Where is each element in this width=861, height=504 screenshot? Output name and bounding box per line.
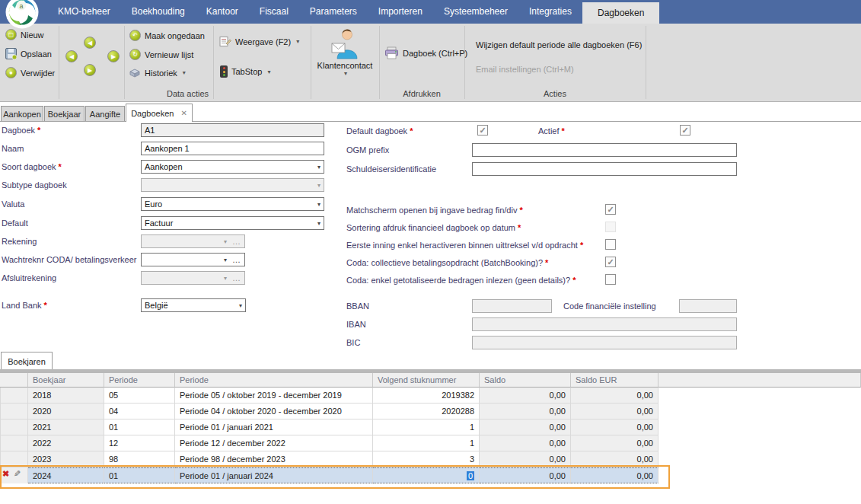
valuta-dropdown[interactable]: Euro▾ bbox=[141, 197, 324, 211]
menu-item-kantoor[interactable]: Kantoor bbox=[196, 0, 249, 24]
chevron-down-icon: ▾ bbox=[183, 69, 186, 76]
nav-last-button[interactable]: ▶ bbox=[107, 50, 120, 62]
table-row-2018[interactable]: 2018 05 Periode 05 / oktober 2019 - dece… bbox=[0, 388, 861, 404]
tab-boekjaar[interactable]: Boekjaar bbox=[44, 106, 85, 121]
nav-next-button[interactable]: ▶ bbox=[84, 64, 96, 76]
row-indicator bbox=[0, 419, 28, 435]
required-marker: * bbox=[518, 223, 521, 232]
view-icon bbox=[219, 36, 231, 47]
table-row-2021[interactable]: 2021 01 Periode 01 / januari 2021 1 0,00… bbox=[0, 419, 861, 435]
cell-periode: 04 bbox=[104, 404, 175, 419]
ogm-prefix-field[interactable] bbox=[472, 143, 737, 157]
iban-field bbox=[472, 317, 737, 331]
default-dagboek-label: Default dagboek* bbox=[346, 126, 413, 136]
cell-saldo: 0,00 bbox=[480, 388, 571, 404]
menu-item-dagboeken-active[interactable]: Dagboeken bbox=[582, 2, 659, 24]
verwijder-button[interactable]: ● Verwijder bbox=[5, 67, 55, 78]
coda-getotaliseerd-checkbox[interactable] bbox=[605, 274, 616, 285]
table-row-2022[interactable]: 2022 12 Periode 12 / december 2022 1 0,0… bbox=[0, 435, 861, 451]
tab-aankopen[interactable]: Aankopen bbox=[1, 106, 43, 121]
cell-saldo-eur: 0,00 bbox=[571, 404, 659, 419]
klantencontact-label: Klantencontact bbox=[317, 61, 373, 70]
tab-dagboeken-active[interactable]: Dagboeken ✕ bbox=[126, 104, 193, 122]
cell-omschrijving: Periode 01 / januari 2024 bbox=[175, 467, 373, 483]
actief-label: Actief* bbox=[538, 126, 565, 136]
default-dagboek-checkbox[interactable]: ✓ bbox=[477, 125, 488, 136]
default-dropdown[interactable]: Factuur▾ bbox=[141, 216, 324, 230]
schuldeisersidentificatie-field[interactable] bbox=[472, 162, 737, 176]
menu-item-systeembeheer[interactable]: Systeembeheer bbox=[433, 0, 518, 24]
eerste-inning-checkbox[interactable] bbox=[605, 239, 616, 250]
iban-label: IBAN bbox=[346, 320, 366, 329]
tab-boekjaren[interactable]: Boekjaren bbox=[1, 352, 53, 370]
vernieuw-lijst-button[interactable]: ↻ Vernieuw lijst bbox=[129, 49, 193, 60]
menu-item-fiscaal[interactable]: Fiscaal bbox=[249, 0, 299, 24]
cell-boekjaar: 2018 bbox=[28, 388, 104, 404]
dropdown-arrow-icon: ▾ bbox=[224, 257, 227, 263]
delete-icon: ● bbox=[5, 67, 17, 78]
nav-previous-button[interactable]: ◀ bbox=[84, 37, 96, 49]
column-header-periode[interactable]: Periode bbox=[104, 373, 175, 388]
tab-aangifte[interactable]: Aangifte bbox=[85, 106, 125, 121]
menu-item-parameters[interactable]: Parameters bbox=[299, 0, 368, 24]
table-row-2023[interactable]: 2023 98 Periode 98 / december 2023 3 0,0… bbox=[0, 451, 861, 467]
lookup-ellipsis-icon[interactable]: … bbox=[232, 257, 241, 262]
column-header-saldo-eur[interactable]: Saldo EUR bbox=[571, 373, 659, 388]
bic-label: BIC bbox=[346, 338, 360, 347]
vernieuw-lijst-label: Vernieuw lijst bbox=[145, 50, 193, 59]
table-row-2024-selected[interactable]: ✖ ✎ 2024 01 Periode 01 / januari 2024 0 … bbox=[0, 467, 861, 483]
naam-field[interactable]: Aankopen 1 bbox=[141, 142, 324, 155]
land-bank-dropdown[interactable]: België▾ bbox=[141, 298, 246, 312]
column-header-boekjaar[interactable]: Boekjaar bbox=[28, 373, 104, 388]
cell-volgend-stuknummer: 3 bbox=[373, 451, 480, 467]
email-instellingen-button: Email instellingen (Ctrl+M) bbox=[476, 65, 574, 74]
matchscherm-checkbox[interactable]: ✓ bbox=[605, 204, 616, 215]
required-marker: * bbox=[562, 126, 565, 136]
row-indicator bbox=[0, 404, 28, 419]
edit-row-icon[interactable]: ✎ bbox=[14, 469, 21, 479]
cell-periode: 98 bbox=[104, 451, 175, 467]
menu-item-integraties[interactable]: Integraties bbox=[518, 0, 582, 24]
actief-checkbox[interactable]: ✓ bbox=[680, 125, 690, 136]
bban-label: BBAN bbox=[346, 301, 369, 311]
weergave-button[interactable]: Weergave (F2) ▾ bbox=[219, 36, 299, 47]
tabstop-button[interactable]: TabStop ▾ bbox=[220, 65, 270, 78]
klantencontact-button[interactable]: Klantencontact ▾ bbox=[311, 27, 379, 77]
new-icon: ▢ bbox=[5, 29, 17, 40]
soort-dagboek-dropdown[interactable]: Aankopen▾ bbox=[141, 160, 324, 174]
historiek-button[interactable]: Historiek ▾ bbox=[129, 68, 186, 78]
column-header-volgend-stuknummer[interactable]: Volgend stuknummer bbox=[373, 373, 480, 388]
coda-batchbooking-checkbox[interactable]: ✓ bbox=[605, 257, 616, 267]
ribbon-toolbar: ▢ Nieuw Opslaan ● Verwijder ◀ ◀ ▶ ▶ ↶ Ma… bbox=[0, 24, 861, 102]
column-header-saldo[interactable]: Saldo bbox=[480, 373, 571, 388]
table-row-2020[interactable]: 2020 04 Periode 04 / oktober 2020 - dece… bbox=[0, 404, 861, 419]
cell-periode: 01 bbox=[104, 419, 175, 435]
menu-item-boekhouding[interactable]: Boekhouding bbox=[121, 0, 196, 24]
boekjaren-section: Boekjaren Boekjaar Periode Periode Volge… bbox=[0, 352, 861, 504]
nieuw-label: Nieuw bbox=[21, 30, 44, 40]
afsluitrekening-label: Afsluitrekening bbox=[2, 273, 56, 282]
tab-aankopen-label: Aankopen bbox=[3, 110, 41, 119]
weergave-label: Weergave (F2) bbox=[235, 37, 291, 46]
dagboek-print-button[interactable]: Dagboek (Ctrl+P) bbox=[384, 46, 467, 59]
cell-volgend-stuknummer-editing[interactable]: 0 bbox=[373, 467, 480, 483]
cancel-row-icon[interactable]: ✖ bbox=[2, 469, 9, 479]
nav-first-button[interactable]: ◀ bbox=[65, 50, 78, 62]
soort-dagboek-label: Soort dagboek* bbox=[2, 162, 62, 171]
cell-boekjaar: 2023 bbox=[28, 451, 104, 467]
cell-boekjaar: 2020 bbox=[28, 404, 104, 419]
save-icon bbox=[5, 48, 17, 59]
subtype-dagboek-dropdown: ▾ bbox=[141, 178, 324, 192]
matchscherm-label: Matchscherm openen bij ingave bedrag fin… bbox=[346, 206, 523, 215]
menu-item-importeren[interactable]: Importeren bbox=[368, 0, 433, 24]
cell-boekjaar: 2021 bbox=[28, 419, 104, 435]
wijzigen-default-periode-button[interactable]: Wijzigen default periode alle dagboeken … bbox=[476, 40, 642, 49]
opslaan-button[interactable]: Opslaan bbox=[5, 48, 52, 59]
menu-item-kmo-beheer[interactable]: KMO-beheer bbox=[47, 0, 121, 24]
code-financiele-instelling-label: Code financiële instelling bbox=[563, 301, 656, 311]
column-header-periode-omschrijving[interactable]: Periode bbox=[175, 373, 373, 388]
wachtreknr-combo[interactable]: ▾… bbox=[141, 253, 245, 266]
nieuw-button[interactable]: ▢ Nieuw bbox=[5, 29, 44, 40]
close-icon[interactable]: ✕ bbox=[180, 109, 187, 117]
maak-ongedaan-button[interactable]: ↶ Maak ongedaan bbox=[129, 30, 205, 41]
